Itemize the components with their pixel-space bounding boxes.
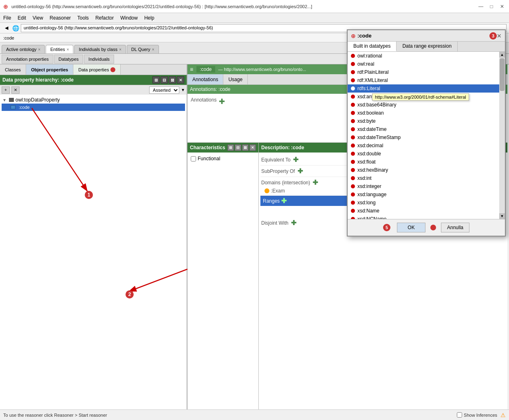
tab-annotation-properties[interactable]: Annotation properties: [2, 55, 53, 64]
dialog-badge-3: 3: [489, 32, 497, 40]
menu-view[interactable]: View: [29, 14, 46, 22]
char-icon-close[interactable]: ✕: [249, 144, 256, 151]
scroll-up-arrow[interactable]: ▲: [499, 52, 505, 57]
tab-active-ontology-close[interactable]: ×: [38, 47, 41, 52]
dot-xsd-float: [351, 160, 355, 164]
menu-help[interactable]: Help: [141, 14, 158, 22]
hierarchy-title: Data property hierarchy: :code: [2, 77, 74, 83]
dot-xsd-language: [351, 192, 355, 197]
tab-individuals[interactable]: Individuals: [84, 55, 114, 64]
hier-btn-1[interactable]: ⊞: [152, 76, 160, 84]
asserted-arrow[interactable]: ▼: [181, 88, 185, 92]
functional-checkbox-label[interactable]: Functional: [191, 156, 255, 161]
annulla-button[interactable]: Annulla: [441, 223, 469, 232]
list-item-xsd-int[interactable]: xsd:int: [348, 174, 499, 182]
domains-add[interactable]: ✚: [313, 179, 318, 186]
tool-delete[interactable]: ✕: [11, 86, 20, 94]
functional-checkbox[interactable]: [191, 156, 196, 161]
char-icon-3[interactable]: ⊠: [242, 144, 249, 151]
tab-classes[interactable]: Classes: [0, 64, 26, 75]
show-inferences-checkbox[interactable]: Show Inferences: [457, 412, 497, 418]
tab-usage[interactable]: Usage: [223, 74, 248, 84]
dialog-tabs: Built in datatypes Data range expression: [348, 42, 505, 52]
domain-dot: [264, 188, 269, 193]
menu-edit[interactable]: Edit: [14, 14, 29, 22]
hier-btn-2[interactable]: ⊟: [161, 76, 168, 84]
footer-badge-5: 5: [383, 224, 390, 231]
dialog-tab-builtin[interactable]: Built in datatypes: [348, 42, 397, 51]
left-panel: Classes Object properties Data propertie…: [0, 64, 187, 420]
nav-back[interactable]: ◀: [2, 24, 11, 32]
menu-refactor[interactable]: Refactor: [92, 14, 117, 22]
asserted-select[interactable]: Asserted: [149, 86, 179, 94]
disjoint-add[interactable]: ✚: [291, 219, 296, 227]
char-icon-1[interactable]: ⊞: [227, 144, 234, 151]
tab-active-ontology[interactable]: Active ontology ×: [2, 45, 45, 53]
list-item-xsd-integer[interactable]: xsd:integer: [348, 182, 499, 190]
dialog-scrollbar[interactable]: ▲ ▼: [499, 52, 505, 219]
ok-button[interactable]: OK: [397, 223, 425, 232]
hier-btn-3[interactable]: ⊠: [169, 76, 176, 84]
tab-annotations[interactable]: Annotations: [187, 74, 223, 84]
char-title: Characteristics: [190, 145, 225, 150]
list-item-xsd-ncname[interactable]: xsd:NCName: [348, 215, 499, 219]
list-item-xsd-hexbinary[interactable]: xsd:hexBinary: [348, 166, 499, 174]
dialog-tab-range-expr[interactable]: Data range expression: [397, 42, 458, 51]
list-item-xsd-boolean[interactable]: xsd:boolean: [348, 109, 499, 117]
hierarchy-tree: ▼ owl:topDataProperty :code: [0, 95, 187, 420]
menu-window[interactable]: Window: [117, 14, 141, 22]
dot-xsd-name: [351, 209, 355, 213]
tool-add[interactable]: +: [2, 86, 10, 94]
maximize-button[interactable]: □: [488, 3, 495, 10]
status-message: To use the reasoner click Reasoner > Sta…: [3, 413, 107, 418]
list-item-xsd-language[interactable]: xsd:language: [348, 190, 499, 199]
list-item-xsd-double[interactable]: xsd:double: [348, 150, 499, 158]
list-item-owl-rational[interactable]: owl:rational: [348, 52, 499, 60]
char-icon-2[interactable]: ⊟: [235, 144, 241, 151]
dot-xsd-byte: [351, 119, 355, 123]
tab-individuals-close[interactable]: ×: [119, 47, 121, 52]
scroll-down-arrow[interactable]: ▼: [499, 213, 505, 219]
list-item-xsd-base64[interactable]: xsd:base64Binary: [348, 101, 499, 109]
list-item-rdf-plain[interactable]: rdf:PlainLiteral: [348, 68, 499, 76]
ok-indicator: [430, 225, 436, 230]
list-item-xsd-byte[interactable]: xsd:byte: [348, 117, 499, 125]
list-item-xsd-name[interactable]: xsd:Name: [348, 207, 499, 215]
tab-dl-query-close[interactable]: ×: [152, 47, 154, 52]
tab-entities[interactable]: Entities ×: [46, 45, 73, 53]
equiv-to-add[interactable]: ✚: [293, 156, 298, 164]
menu-file[interactable]: File: [0, 14, 14, 22]
browser-icon: 🌐: [12, 25, 19, 31]
list-item-owl-real[interactable]: owl:real: [348, 60, 499, 68]
dialog-close-button[interactable]: ✕: [497, 33, 502, 39]
tab-object-properties[interactable]: Object properties: [26, 64, 73, 75]
tree-item-top-data-property[interactable]: ▼ owl:topDataProperty: [2, 96, 185, 104]
tab-entities-label: Entities: [50, 47, 65, 52]
subprop-add[interactable]: ✚: [297, 167, 303, 175]
list-item-rdf-xml[interactable]: rdf:XMLLiteral: [348, 76, 499, 84]
list-item-xsd-float[interactable]: xsd:float: [348, 158, 499, 166]
tree-item-code[interactable]: :code: [2, 104, 185, 111]
tab-entities-close[interactable]: ×: [67, 47, 69, 52]
hier-btn-close[interactable]: ✕: [177, 76, 184, 84]
annotations-header-text: Annotations: :code: [190, 86, 230, 92]
close-window-button[interactable]: ✕: [498, 3, 506, 10]
add-annotation-button[interactable]: ✚: [219, 97, 225, 106]
list-item-xsd-decimal[interactable]: xsd:decimal: [348, 141, 499, 150]
dialog-titlebar: ⊕ :code 3 ✕: [348, 30, 505, 42]
menu-tools[interactable]: Tools: [74, 14, 92, 22]
dot-xsd-anyuri: [351, 95, 355, 99]
list-item-xsd-datetime[interactable]: xsd:dateTime: [348, 125, 499, 133]
tab-data-properties[interactable]: Data properties: [73, 64, 121, 75]
scroll-thumb[interactable]: [500, 58, 505, 91]
tab-datatypes[interactable]: Datatypes: [54, 55, 84, 64]
minimize-button[interactable]: —: [477, 3, 485, 10]
tab-dl-query[interactable]: DL Query ×: [127, 45, 159, 53]
ranges-add[interactable]: ✚: [281, 197, 286, 205]
menu-reasoner[interactable]: Reasoner: [46, 14, 74, 22]
list-item-xsd-datetimestamp[interactable]: xsd:dateTimeStamp: [348, 133, 499, 141]
dot-xsd-int: [351, 176, 355, 180]
list-item-xsd-long[interactable]: xsd:long: [348, 199, 499, 207]
list-item-rdfs-literal[interactable]: rdfs:Literal http://www.w3.org/2000/01/r…: [348, 84, 499, 93]
tab-individuals-by-class[interactable]: Individuals by class ×: [74, 45, 126, 53]
